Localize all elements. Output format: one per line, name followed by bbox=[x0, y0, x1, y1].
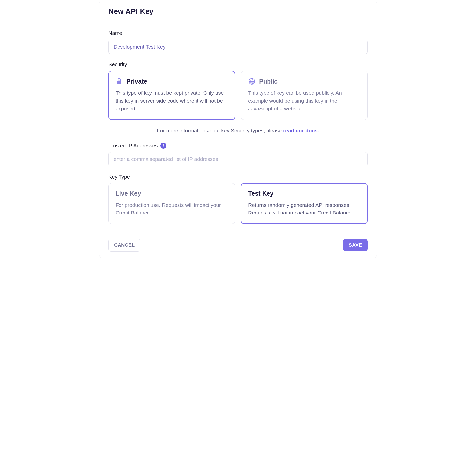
card-header: Test Key bbox=[248, 190, 360, 197]
security-docs-link[interactable]: read our docs. bbox=[283, 128, 319, 133]
modal-header: New API Key bbox=[99, 0, 377, 22]
security-label: Security bbox=[108, 61, 368, 67]
key-type-label: Key Type bbox=[108, 174, 368, 180]
security-options: Private This type of key must be kept pr… bbox=[108, 71, 368, 120]
security-private-title: Private bbox=[126, 78, 147, 85]
key-type-test-title: Test Key bbox=[248, 190, 273, 197]
key-type-section: Key Type Live Key For production use. Re… bbox=[108, 174, 368, 224]
lock-icon bbox=[116, 78, 123, 85]
card-header: Private bbox=[116, 78, 228, 85]
modal-title: New API Key bbox=[108, 7, 368, 16]
name-section: Name bbox=[108, 30, 368, 54]
security-info-text: For more information about key Security … bbox=[157, 128, 283, 133]
trusted-ip-input[interactable] bbox=[108, 152, 368, 166]
modal-footer: CANCEL SAVE bbox=[99, 233, 377, 258]
globe-icon bbox=[248, 78, 256, 85]
new-api-key-modal: New API Key Name Security bbox=[99, 0, 377, 258]
trusted-ip-label-text: Trusted IP Addresses bbox=[108, 143, 158, 149]
security-section: Security Private This type of key must b… bbox=[108, 61, 368, 134]
security-option-private[interactable]: Private This type of key must be kept pr… bbox=[108, 71, 235, 120]
key-type-live-title: Live Key bbox=[116, 190, 141, 197]
trusted-ip-label: Trusted IP Addresses ? bbox=[108, 143, 368, 149]
security-public-desc: This type of key can be used publicly. A… bbox=[248, 89, 360, 113]
security-info: For more information about key Security … bbox=[108, 128, 368, 134]
cancel-button[interactable]: CANCEL bbox=[108, 239, 140, 252]
card-header: Public bbox=[248, 78, 360, 85]
security-private-desc: This type of key must be kept private. O… bbox=[116, 89, 228, 113]
svg-rect-0 bbox=[117, 81, 121, 84]
name-label: Name bbox=[108, 30, 368, 36]
security-option-public[interactable]: Public This type of key can be used publ… bbox=[241, 71, 368, 120]
key-type-live-desc: For production use. Requests will impact… bbox=[116, 201, 228, 217]
help-icon[interactable]: ? bbox=[160, 143, 166, 149]
trusted-ip-section: Trusted IP Addresses ? bbox=[108, 143, 368, 166]
save-button[interactable]: SAVE bbox=[343, 239, 368, 251]
key-type-test-desc: Returns randomly generated API responses… bbox=[248, 201, 360, 217]
key-type-options: Live Key For production use. Requests wi… bbox=[108, 183, 368, 224]
key-type-option-live[interactable]: Live Key For production use. Requests wi… bbox=[108, 183, 235, 224]
security-public-title: Public bbox=[259, 78, 278, 85]
card-header: Live Key bbox=[116, 190, 228, 197]
key-type-option-test[interactable]: Test Key Returns randomly generated API … bbox=[241, 183, 368, 224]
modal-body: Name Security Private bbox=[99, 22, 377, 233]
name-input[interactable] bbox=[108, 40, 368, 54]
